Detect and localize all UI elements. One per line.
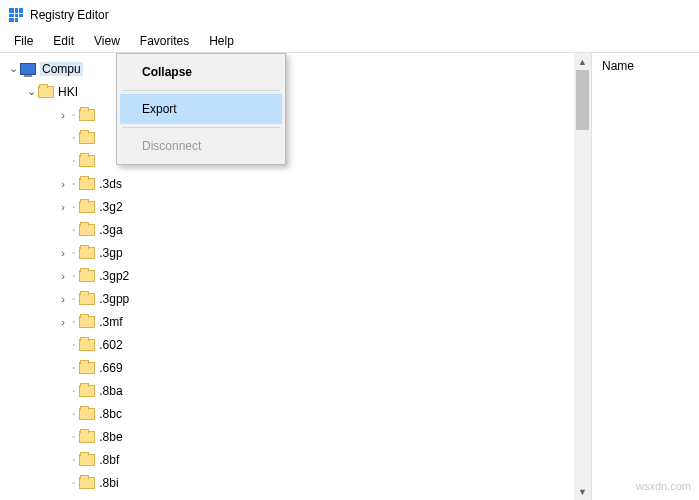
tree-label: Compu <box>40 62 83 76</box>
folder-icon <box>79 477 95 489</box>
tree-label: .3gpp <box>99 292 129 306</box>
svg-rect-2 <box>19 8 23 13</box>
ctx-separator <box>122 90 280 91</box>
tree-label: .602 <box>99 338 122 352</box>
tree-label: .8ba <box>99 384 122 398</box>
expand-icon[interactable]: › <box>56 109 70 121</box>
tree-node[interactable]: ··.602 <box>56 333 591 356</box>
tree-connector: · <box>70 177 77 191</box>
tree-label: .3ga <box>99 223 122 237</box>
svg-rect-3 <box>9 14 14 17</box>
expand-icon[interactable]: › <box>56 316 70 328</box>
folder-icon <box>79 132 95 144</box>
tree-node-hkey[interactable]: ⌄ HKI <box>24 80 591 103</box>
tree-label: .3gp2 <box>99 269 129 283</box>
tree-node[interactable]: ›·.3gpp <box>56 287 591 310</box>
tree-node[interactable]: ›·.3ds <box>56 172 591 195</box>
svg-rect-1 <box>15 8 18 13</box>
context-menu: Collapse Export Disconnect <box>116 53 286 165</box>
regedit-icon <box>8 7 24 23</box>
watermark: wsxdn.com <box>636 480 691 492</box>
tree-node-computer[interactable]: ⌄ Compu <box>6 57 591 80</box>
scroll-thumb[interactable] <box>576 70 589 130</box>
menu-view[interactable]: View <box>86 32 128 50</box>
scroll-down-icon[interactable]: ▼ <box>574 483 591 500</box>
vertical-scrollbar[interactable]: ▲ ▼ <box>574 53 591 500</box>
tree-node[interactable]: ›·.3mf <box>56 310 591 333</box>
expand-icon[interactable]: › <box>56 201 70 213</box>
expand-icon[interactable]: › <box>56 247 70 259</box>
scroll-up-icon[interactable]: ▲ <box>574 53 591 70</box>
tree-label: .8bc <box>99 407 122 421</box>
tree-connector: · <box>70 108 77 122</box>
folder-icon <box>79 155 95 167</box>
tree-pane: ⌄ Compu ⌄ HKI ›· ·· ·· ›·.3ds ›·.3g2 ··.… <box>0 53 592 500</box>
folder-icon <box>79 316 95 328</box>
tree-connector: · <box>70 453 77 467</box>
tree-node[interactable]: ··.8bf <box>56 448 591 471</box>
expand-icon[interactable]: › <box>56 293 70 305</box>
folder-icon <box>79 224 95 236</box>
window-title: Registry Editor <box>30 8 109 22</box>
values-pane: Name <box>592 53 699 500</box>
tree-label: .3gp <box>99 246 122 260</box>
ctx-collapse[interactable]: Collapse <box>120 57 282 87</box>
tree-connector: · <box>70 361 77 375</box>
tree-node[interactable]: ›·.3gp <box>56 241 591 264</box>
tree-node[interactable]: ··.669 <box>56 356 591 379</box>
folder-icon <box>79 247 95 259</box>
tree-node[interactable]: ··.8bc <box>56 402 591 425</box>
tree-node[interactable]: ··.8bi <box>56 471 591 494</box>
tree-node[interactable]: ··.8ba <box>56 379 591 402</box>
tree-label: .3mf <box>99 315 122 329</box>
registry-tree[interactable]: ⌄ Compu ⌄ HKI ›· ·· ·· ›·.3ds ›·.3g2 ··.… <box>0 53 591 494</box>
tree-connector: · <box>70 338 77 352</box>
titlebar: Registry Editor <box>0 0 699 30</box>
collapse-icon[interactable]: ⌄ <box>24 85 38 98</box>
tree-connector: · <box>70 269 77 283</box>
tree-connector: · <box>70 200 77 214</box>
ctx-export[interactable]: Export <box>120 94 282 124</box>
tree-connector: · <box>70 407 77 421</box>
column-header-name[interactable]: Name <box>602 59 689 73</box>
folder-icon <box>79 201 95 213</box>
tree-node[interactable]: ›·.3g2 <box>56 195 591 218</box>
folder-icon <box>79 339 95 351</box>
tree-connector: · <box>70 476 77 490</box>
ctx-disconnect: Disconnect <box>120 131 282 161</box>
folder-icon <box>79 385 95 397</box>
folder-icon <box>79 270 95 282</box>
svg-rect-4 <box>15 14 18 17</box>
svg-rect-0 <box>9 8 14 13</box>
collapse-icon[interactable]: ⌄ <box>6 62 20 75</box>
tree-label: .8bi <box>99 476 118 490</box>
tree-connector: · <box>70 223 77 237</box>
expand-icon[interactable]: › <box>56 178 70 190</box>
tree-connector: · <box>70 430 77 444</box>
expand-icon[interactable]: › <box>56 270 70 282</box>
tree-node[interactable]: ›·.3gp2 <box>56 264 591 287</box>
menubar: File Edit View Favorites Help <box>0 30 699 52</box>
menu-help[interactable]: Help <box>201 32 242 50</box>
folder-icon <box>79 454 95 466</box>
content-area: ⌄ Compu ⌄ HKI ›· ·· ·· ›·.3ds ›·.3g2 ··.… <box>0 52 699 500</box>
tree-connector: · <box>70 246 77 260</box>
svg-rect-7 <box>15 18 18 22</box>
tree-connector: · <box>70 292 77 306</box>
menu-favorites[interactable]: Favorites <box>132 32 197 50</box>
svg-rect-5 <box>19 14 23 17</box>
folder-icon <box>79 178 95 190</box>
folder-icon <box>38 86 54 98</box>
menu-file[interactable]: File <box>6 32 41 50</box>
tree-connector: · <box>70 384 77 398</box>
tree-node[interactable]: ··.3ga <box>56 218 591 241</box>
tree-connector: · <box>70 131 77 145</box>
menu-edit[interactable]: Edit <box>45 32 82 50</box>
folder-icon <box>79 293 95 305</box>
folder-icon <box>79 109 95 121</box>
tree-node[interactable]: ··.8be <box>56 425 591 448</box>
tree-label: .3ds <box>99 177 122 191</box>
folder-icon <box>79 408 95 420</box>
tree-label: .669 <box>99 361 122 375</box>
folder-icon <box>79 362 95 374</box>
